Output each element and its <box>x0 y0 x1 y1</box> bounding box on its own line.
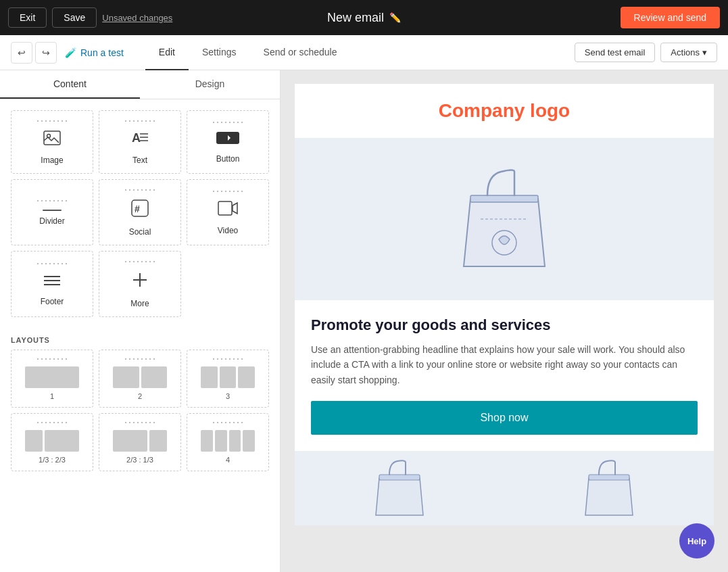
product-bag-2-icon <box>579 454 639 522</box>
tab-settings[interactable]: Settings <box>189 35 250 70</box>
layout-1-label: 1 <box>50 392 54 400</box>
block-divider[interactable]: Divider <box>11 179 93 245</box>
layout-preview-1 <box>25 366 79 388</box>
run-test-button[interactable]: 🧪 Run a test <box>65 47 124 58</box>
svg-rect-19 <box>589 475 629 480</box>
footer-block-icon <box>43 272 62 291</box>
block-image-label: Image <box>41 156 63 165</box>
undo-redo-group: ↩ ↪ <box>11 42 57 64</box>
shopping-bag-illustration <box>450 158 558 280</box>
block-dots <box>124 357 156 362</box>
tab-edit[interactable]: Edit <box>145 35 189 70</box>
secondbar: ↩ ↪ 🧪 Run a test Edit Settings Send or s… <box>0 35 728 70</box>
block-social-label: Social <box>129 227 151 237</box>
layouts-grid: 1 2 <box>11 350 269 471</box>
chevron-down-icon: ▾ <box>702 47 707 57</box>
layouts-section: LAYOUTS 1 2 <box>0 328 280 482</box>
block-dots <box>36 262 68 267</box>
redo-button[interactable]: ↪ <box>35 42 57 64</box>
svg-rect-15 <box>470 195 538 202</box>
email-canvas: Company logo <box>295 84 714 525</box>
block-dots <box>36 357 68 362</box>
topbar: Exit Save Unsaved changes New email ✏️ R… <box>0 0 728 35</box>
block-image[interactable]: Image <box>11 110 93 174</box>
help-button[interactable]: Help <box>679 523 714 558</box>
svg-text:A: A <box>132 131 141 145</box>
block-more-label: More <box>130 299 149 308</box>
layout-1-3-2-3-label: 1/3 : 2/3 <box>39 456 66 464</box>
email-headline: Promote your goods and services <box>311 316 698 334</box>
email-canvas-area: Company logo <box>281 70 728 572</box>
block-dots <box>124 260 156 265</box>
divider-block-icon <box>43 210 62 211</box>
tab-send-schedule[interactable]: Send or schedule <box>250 35 351 70</box>
layout-4-label: 4 <box>226 456 230 464</box>
svg-rect-18 <box>379 475 420 480</box>
layout-preview-1-3-2-3 <box>25 430 79 452</box>
block-footer[interactable]: Footer <box>11 251 93 317</box>
email-body: Promote your goods and services Use an a… <box>295 300 714 451</box>
layout-2-3-1-3[interactable]: 2/3 : 1/3 <box>99 413 181 471</box>
block-social[interactable]: # Social <box>99 179 181 245</box>
email-logo-section: Company logo <box>295 84 714 138</box>
layout-preview-4 <box>201 430 255 452</box>
layout-3-label: 3 <box>226 392 230 400</box>
send-test-email-button[interactable]: Send test email <box>575 43 656 62</box>
block-dots <box>124 119 156 124</box>
svg-rect-9 <box>218 201 232 215</box>
bottom-product-image-1 <box>295 451 504 525</box>
test-icon: 🧪 <box>65 47 76 58</box>
layout-2-label: 2 <box>138 392 142 400</box>
layout-1-3-2-3[interactable]: 1/3 : 2/3 <box>11 413 93 471</box>
block-dots <box>36 421 68 426</box>
unsaved-changes-button[interactable]: Unsaved changes <box>102 13 172 23</box>
button-block-icon <box>216 131 240 149</box>
undo-button[interactable]: ↩ <box>11 42 32 64</box>
bottom-product-image-2 <box>504 451 714 525</box>
layout-3[interactable]: 3 <box>187 350 269 408</box>
nav-tabs: Edit Settings Send or schedule <box>145 35 351 70</box>
block-dots <box>212 357 244 362</box>
review-send-button[interactable]: Review and send <box>621 7 720 28</box>
block-dots <box>124 421 156 426</box>
product-bag-1-icon <box>369 454 430 522</box>
blocks-grid: Image A Text <box>0 99 280 328</box>
main-layout: Content Design Image <box>0 70 728 572</box>
email-body-text: Use an attention-grabbing headline that … <box>311 342 698 387</box>
svg-text:#: # <box>135 204 140 214</box>
secondbar-right: Send test email Actions ▾ <box>575 43 717 62</box>
block-divider-label: Divider <box>39 216 64 226</box>
block-dots <box>36 199 68 204</box>
tab-content[interactable]: Content <box>0 70 140 99</box>
block-dots <box>36 119 68 124</box>
svg-rect-0 <box>44 131 60 145</box>
block-text[interactable]: A Text <box>99 110 181 174</box>
email-bottom-product-row <box>295 451 714 525</box>
block-dots <box>212 421 244 426</box>
social-block-icon: # <box>130 199 149 222</box>
save-button[interactable]: Save <box>52 7 97 28</box>
tab-design[interactable]: Design <box>140 70 280 99</box>
layout-4[interactable]: 4 <box>187 413 269 471</box>
more-block-icon <box>130 270 149 293</box>
block-video[interactable]: Video <box>187 179 269 245</box>
left-panel: Content Design Image <box>0 70 281 572</box>
block-video-label: Video <box>218 226 238 235</box>
layout-2-3-1-3-label: 2/3 : 1/3 <box>126 456 153 464</box>
video-block-icon <box>218 200 238 220</box>
image-block-icon <box>43 130 62 150</box>
block-more[interactable]: More <box>99 251 181 317</box>
block-button[interactable]: Button <box>187 110 269 174</box>
layout-2[interactable]: 2 <box>99 350 181 408</box>
exit-button[interactable]: Exit <box>8 7 47 28</box>
panel-tabs: Content Design <box>0 70 280 99</box>
shop-now-button[interactable]: Shop now <box>311 401 698 435</box>
layout-preview-3 <box>201 366 255 388</box>
layout-1[interactable]: 1 <box>11 350 93 408</box>
block-button-label: Button <box>216 154 240 164</box>
block-dots <box>212 120 244 126</box>
actions-button[interactable]: Actions ▾ <box>660 43 717 62</box>
edit-title-icon[interactable]: ✏️ <box>389 12 401 23</box>
layout-preview-2-3-1-3 <box>113 430 167 452</box>
company-logo-text: Company logo <box>439 100 570 121</box>
